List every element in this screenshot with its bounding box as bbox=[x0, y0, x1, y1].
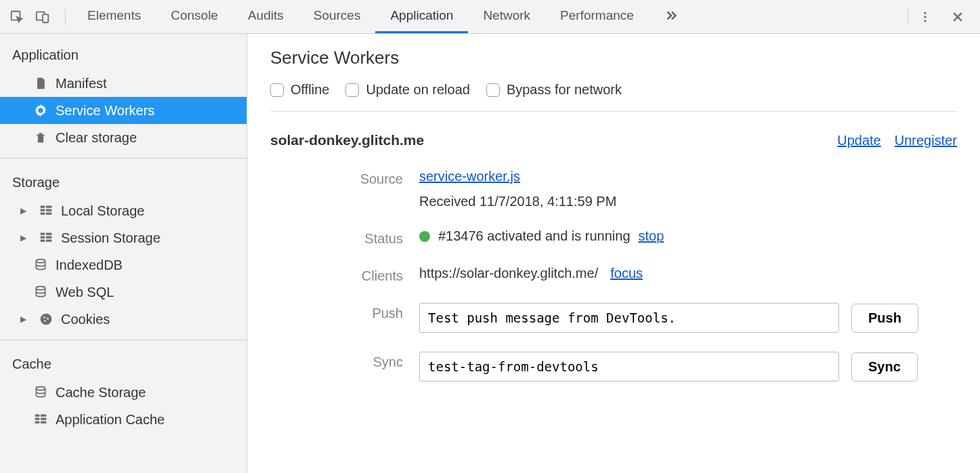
checkbox-icon bbox=[345, 83, 359, 97]
checkbox-label: Bypass for network bbox=[507, 82, 622, 98]
svg-rect-11 bbox=[46, 213, 51, 215]
sidebar-item-local-storage[interactable]: ▶ Local Storage bbox=[0, 197, 247, 224]
sidebar-label: Session Storage bbox=[61, 230, 161, 246]
svg-point-24 bbox=[36, 387, 45, 390]
sidebar-label: Manifest bbox=[56, 76, 107, 91]
svg-rect-25 bbox=[35, 415, 40, 417]
sidebar-label: Local Storage bbox=[61, 203, 144, 219]
checkbox-icon bbox=[486, 83, 500, 97]
svg-rect-15 bbox=[46, 236, 51, 239]
svg-rect-7 bbox=[46, 206, 51, 208]
panel-title: Service Workers bbox=[270, 47, 957, 68]
svg-point-23 bbox=[44, 320, 46, 322]
sidebar-label: Cache Storage bbox=[56, 385, 146, 400]
service-workers-panel: Service Workers Offline Update on reload… bbox=[247, 34, 980, 473]
svg-rect-6 bbox=[41, 206, 45, 208]
sidebar-label: Service Workers bbox=[56, 103, 154, 119]
svg-rect-2 bbox=[43, 14, 48, 22]
focus-link[interactable]: focus bbox=[610, 266, 643, 281]
tab-performance[interactable]: Performance bbox=[545, 0, 649, 33]
divider bbox=[0, 158, 247, 159]
sidebar-label: Web SQL bbox=[56, 285, 114, 300]
svg-point-20 bbox=[41, 314, 52, 325]
chevron-right-icon[interactable]: ▶ bbox=[20, 314, 30, 324]
svg-rect-29 bbox=[35, 421, 40, 424]
unregister-link[interactable]: Unregister bbox=[895, 133, 957, 148]
tab-audits[interactable]: Audits bbox=[233, 0, 299, 33]
svg-rect-27 bbox=[35, 418, 40, 420]
registration-origin: solar-donkey.glitch.me bbox=[270, 132, 424, 148]
status-indicator-icon bbox=[419, 231, 430, 242]
db-icon bbox=[33, 284, 49, 300]
svg-rect-8 bbox=[41, 209, 45, 211]
sidebar-item-websql[interactable]: Web SQL bbox=[0, 279, 247, 306]
sidebar-item-indexeddb[interactable]: IndexedDB bbox=[0, 251, 247, 279]
divider bbox=[65, 9, 66, 25]
status-label: Status bbox=[270, 228, 419, 247]
svg-point-4 bbox=[924, 16, 926, 18]
svg-rect-17 bbox=[46, 240, 51, 242]
sync-label: Sync bbox=[270, 352, 419, 370]
status-text: #13476 activated and is running bbox=[438, 228, 631, 244]
grid-icon bbox=[33, 411, 49, 428]
sidebar-item-cache-storage[interactable]: Cache Storage bbox=[0, 379, 247, 406]
cookie-icon bbox=[38, 311, 54, 327]
more-tabs-icon[interactable] bbox=[649, 0, 694, 33]
offline-checkbox[interactable]: Offline bbox=[270, 82, 329, 98]
divider bbox=[908, 9, 908, 25]
update-link[interactable]: Update bbox=[837, 133, 881, 148]
tab-elements[interactable]: Elements bbox=[72, 0, 156, 33]
sidebar-item-cookies[interactable]: ▶ Cookies bbox=[0, 306, 247, 333]
svg-rect-12 bbox=[41, 233, 45, 235]
checkbox-label: Offline bbox=[291, 82, 329, 98]
update-on-reload-checkbox[interactable]: Update on reload bbox=[345, 82, 469, 98]
sidebar-item-application-cache[interactable]: Application Cache bbox=[0, 406, 247, 433]
kebab-menu-icon[interactable] bbox=[915, 7, 935, 27]
svg-point-18 bbox=[36, 260, 45, 263]
sidebar-item-service-workers[interactable]: Service Workers bbox=[0, 97, 247, 124]
sidebar-label: Clear storage bbox=[56, 130, 137, 146]
sidebar-item-clear-storage[interactable]: Clear storage bbox=[0, 124, 247, 151]
panel-tabs: Elements Console Audits Sources Applicat… bbox=[72, 0, 901, 33]
source-file-link[interactable]: service-worker.js bbox=[419, 169, 957, 184]
svg-rect-13 bbox=[46, 233, 51, 235]
svg-point-5 bbox=[924, 20, 926, 22]
client-url: https://solar-donkey.glitch.me/ bbox=[419, 266, 598, 281]
source-label: Source bbox=[270, 169, 419, 187]
tab-sources[interactable]: Sources bbox=[299, 0, 376, 33]
sync-button[interactable]: Sync bbox=[851, 352, 918, 382]
push-button[interactable]: Push bbox=[851, 304, 918, 333]
grid-icon bbox=[38, 203, 54, 219]
sidebar-item-session-storage[interactable]: ▶ Session Storage bbox=[0, 224, 247, 251]
sync-input[interactable] bbox=[419, 352, 839, 382]
db-icon bbox=[33, 384, 49, 400]
sw-registration: solar-donkey.glitch.me Update Unregister… bbox=[270, 112, 957, 382]
chevron-right-icon[interactable]: ▶ bbox=[20, 233, 30, 243]
svg-rect-16 bbox=[41, 240, 45, 242]
app-sidebar: Application Manifest Service Workers Cle… bbox=[0, 34, 247, 473]
file-icon bbox=[33, 75, 49, 91]
svg-point-3 bbox=[924, 12, 926, 14]
device-mode-icon[interactable] bbox=[33, 7, 53, 27]
tab-network[interactable]: Network bbox=[468, 0, 545, 33]
stop-link[interactable]: stop bbox=[639, 228, 664, 244]
close-icon[interactable] bbox=[947, 7, 968, 27]
panel-options: Offline Update on reload Bypass for netw… bbox=[270, 82, 957, 112]
sidebar-item-manifest[interactable]: Manifest bbox=[0, 70, 247, 97]
sidebar-label: Application Cache bbox=[56, 412, 165, 428]
svg-point-21 bbox=[43, 316, 45, 318]
push-label: Push bbox=[270, 303, 419, 321]
section-storage: Storage bbox=[0, 165, 247, 197]
push-input[interactable] bbox=[419, 303, 839, 333]
tab-application[interactable]: Application bbox=[375, 0, 468, 33]
chevron-right-icon[interactable]: ▶ bbox=[20, 206, 30, 215]
source-received: Received 11/7/2018, 4:11:59 PM bbox=[419, 194, 957, 209]
checkbox-label: Update on reload bbox=[366, 82, 469, 98]
inspect-icon[interactable] bbox=[7, 7, 27, 27]
trash-icon bbox=[33, 129, 49, 146]
sidebar-label: IndexedDB bbox=[56, 258, 123, 273]
clients-label: Clients bbox=[270, 266, 419, 284]
tab-console[interactable]: Console bbox=[156, 0, 233, 33]
section-application: Application bbox=[0, 38, 247, 70]
bypass-for-network-checkbox[interactable]: Bypass for network bbox=[486, 82, 622, 98]
